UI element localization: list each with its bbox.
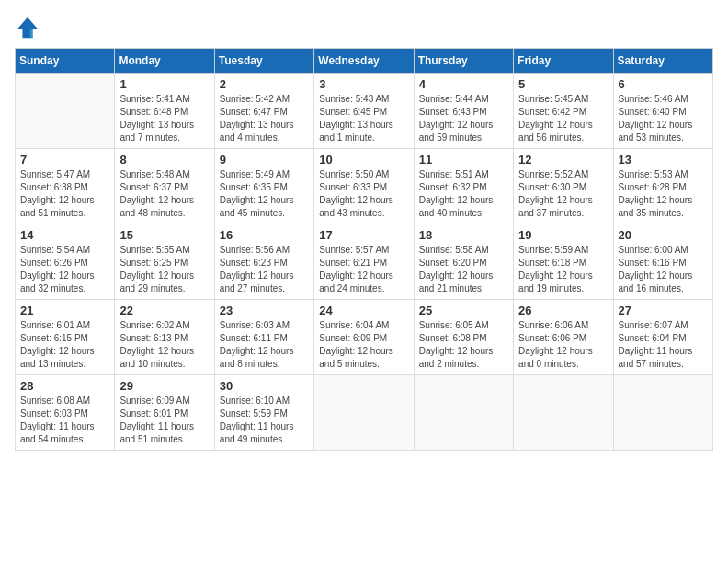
day-number: 13 — [619, 153, 708, 167]
calendar-cell: 16Sunrise: 5:56 AM Sunset: 6:23 PM Dayli… — [214, 224, 313, 300]
day-info: Sunrise: 5:45 AM Sunset: 6:42 PM Dayligh… — [518, 93, 608, 144]
calendar-cell: 8Sunrise: 5:48 AM Sunset: 6:37 PM Daylig… — [115, 149, 214, 224]
calendar-cell — [16, 74, 115, 149]
calendar-week-row: 28Sunrise: 6:08 AM Sunset: 6:03 PM Dayli… — [16, 375, 713, 451]
day-info: Sunrise: 5:58 AM Sunset: 6:20 PM Dayligh… — [419, 244, 508, 295]
day-number: 26 — [518, 304, 608, 317]
day-info: Sunrise: 5:53 AM Sunset: 6:28 PM Dayligh… — [619, 168, 708, 220]
calendar-cell: 6Sunrise: 5:46 AM Sunset: 6:40 PM Daylig… — [613, 74, 712, 149]
day-info: Sunrise: 5:56 AM Sunset: 6:23 PM Dayligh… — [220, 244, 309, 295]
day-header-friday: Friday — [514, 49, 613, 74]
day-number: 23 — [220, 304, 309, 317]
calendar-cell: 4Sunrise: 5:44 AM Sunset: 6:43 PM Daylig… — [414, 74, 513, 149]
calendar-week-row: 1Sunrise: 5:41 AM Sunset: 6:48 PM Daylig… — [16, 74, 713, 149]
calendar-cell: 30Sunrise: 6:10 AM Sunset: 5:59 PM Dayli… — [214, 375, 313, 451]
day-info: Sunrise: 6:03 AM Sunset: 6:11 PM Dayligh… — [220, 319, 309, 371]
calendar-cell: 27Sunrise: 6:07 AM Sunset: 6:04 PM Dayli… — [613, 300, 712, 375]
calendar-week-row: 14Sunrise: 5:54 AM Sunset: 6:26 PM Dayli… — [16, 224, 713, 300]
calendar-cell: 9Sunrise: 5:49 AM Sunset: 6:35 PM Daylig… — [214, 149, 313, 224]
day-info: Sunrise: 5:43 AM Sunset: 6:45 PM Dayligh… — [319, 93, 408, 144]
day-info: Sunrise: 5:59 AM Sunset: 6:18 PM Dayligh… — [518, 244, 608, 295]
calendar-cell: 3Sunrise: 5:43 AM Sunset: 6:45 PM Daylig… — [314, 74, 414, 149]
day-info: Sunrise: 5:51 AM Sunset: 6:32 PM Dayligh… — [419, 168, 508, 220]
day-number: 16 — [220, 228, 309, 242]
day-number: 18 — [419, 228, 508, 242]
calendar-cell — [514, 375, 613, 451]
day-info: Sunrise: 5:42 AM Sunset: 6:47 PM Dayligh… — [220, 93, 309, 144]
day-header-thursday: Thursday — [414, 49, 513, 74]
calendar-cell: 20Sunrise: 6:00 AM Sunset: 6:16 PM Dayli… — [613, 224, 712, 300]
day-number: 8 — [119, 153, 209, 167]
day-info: Sunrise: 6:09 AM Sunset: 6:01 PM Dayligh… — [119, 395, 209, 446]
day-number: 22 — [119, 304, 209, 317]
calendar-cell: 18Sunrise: 5:58 AM Sunset: 6:20 PM Dayli… — [414, 224, 513, 300]
day-number: 3 — [319, 77, 408, 91]
day-number: 21 — [20, 304, 109, 317]
day-header-tuesday: Tuesday — [214, 49, 313, 74]
calendar-cell: 13Sunrise: 5:53 AM Sunset: 6:28 PM Dayli… — [613, 149, 712, 224]
calendar-cell: 19Sunrise: 5:59 AM Sunset: 6:18 PM Dayli… — [514, 224, 613, 300]
day-number: 2 — [220, 77, 309, 91]
day-number: 1 — [119, 77, 209, 91]
day-number: 7 — [20, 153, 109, 167]
day-info: Sunrise: 6:10 AM Sunset: 5:59 PM Dayligh… — [220, 395, 309, 446]
day-info: Sunrise: 5:49 AM Sunset: 6:35 PM Dayligh… — [220, 168, 309, 220]
calendar-week-row: 21Sunrise: 6:01 AM Sunset: 6:15 PM Dayli… — [16, 300, 713, 375]
calendar-cell — [414, 375, 513, 451]
day-number: 25 — [419, 304, 508, 317]
day-number: 27 — [619, 304, 708, 317]
calendar-cell: 1Sunrise: 5:41 AM Sunset: 6:48 PM Daylig… — [115, 74, 214, 149]
day-number: 14 — [20, 228, 109, 242]
day-number: 30 — [220, 379, 309, 393]
calendar-header-row: SundayMondayTuesdayWednesdayThursdayFrid… — [16, 49, 713, 74]
calendar-cell: 29Sunrise: 6:09 AM Sunset: 6:01 PM Dayli… — [115, 375, 214, 451]
day-number: 17 — [319, 228, 408, 242]
day-info: Sunrise: 5:55 AM Sunset: 6:25 PM Dayligh… — [119, 244, 209, 295]
day-info: Sunrise: 6:01 AM Sunset: 6:15 PM Dayligh… — [20, 319, 109, 371]
day-info: Sunrise: 6:05 AM Sunset: 6:08 PM Dayligh… — [419, 319, 508, 371]
calendar-cell: 15Sunrise: 5:55 AM Sunset: 6:25 PM Dayli… — [115, 224, 214, 300]
day-number: 28 — [20, 379, 109, 393]
calendar: SundayMondayTuesdayWednesdayThursdayFrid… — [15, 48, 713, 451]
calendar-cell: 7Sunrise: 5:47 AM Sunset: 6:38 PM Daylig… — [16, 149, 115, 224]
calendar-cell: 12Sunrise: 5:52 AM Sunset: 6:30 PM Dayli… — [514, 149, 613, 224]
day-info: Sunrise: 6:02 AM Sunset: 6:13 PM Dayligh… — [119, 319, 209, 371]
day-info: Sunrise: 5:46 AM Sunset: 6:40 PM Dayligh… — [619, 93, 708, 144]
calendar-cell: 25Sunrise: 6:05 AM Sunset: 6:08 PM Dayli… — [414, 300, 513, 375]
day-number: 4 — [419, 77, 508, 91]
logo-icon — [15, 15, 40, 40]
calendar-cell — [613, 375, 712, 451]
day-info: Sunrise: 5:41 AM Sunset: 6:48 PM Dayligh… — [119, 93, 209, 144]
day-info: Sunrise: 5:47 AM Sunset: 6:38 PM Dayligh… — [20, 168, 109, 220]
day-info: Sunrise: 6:04 AM Sunset: 6:09 PM Dayligh… — [319, 319, 408, 371]
calendar-cell: 21Sunrise: 6:01 AM Sunset: 6:15 PM Dayli… — [16, 300, 115, 375]
day-number: 19 — [518, 228, 608, 242]
day-info: Sunrise: 6:00 AM Sunset: 6:16 PM Dayligh… — [619, 244, 708, 295]
calendar-cell: 17Sunrise: 5:57 AM Sunset: 6:21 PM Dayli… — [314, 224, 414, 300]
calendar-cell: 10Sunrise: 5:50 AM Sunset: 6:33 PM Dayli… — [314, 149, 414, 224]
day-info: Sunrise: 5:50 AM Sunset: 6:33 PM Dayligh… — [319, 168, 408, 220]
logo — [15, 15, 44, 40]
calendar-week-row: 7Sunrise: 5:47 AM Sunset: 6:38 PM Daylig… — [16, 149, 713, 224]
day-header-saturday: Saturday — [613, 49, 712, 74]
svg-marker-0 — [17, 17, 38, 38]
calendar-cell: 5Sunrise: 5:45 AM Sunset: 6:42 PM Daylig… — [514, 74, 613, 149]
day-number: 12 — [518, 153, 608, 167]
day-header-monday: Monday — [115, 49, 214, 74]
day-header-wednesday: Wednesday — [314, 49, 414, 74]
calendar-cell: 23Sunrise: 6:03 AM Sunset: 6:11 PM Dayli… — [214, 300, 313, 375]
day-number: 6 — [619, 77, 708, 91]
header — [15, 15, 713, 40]
day-number: 11 — [419, 153, 508, 167]
calendar-cell: 26Sunrise: 6:06 AM Sunset: 6:06 PM Dayli… — [514, 300, 613, 375]
day-info: Sunrise: 5:44 AM Sunset: 6:43 PM Dayligh… — [419, 93, 508, 144]
calendar-cell: 2Sunrise: 5:42 AM Sunset: 6:47 PM Daylig… — [214, 74, 313, 149]
day-number: 24 — [319, 304, 408, 317]
calendar-cell: 22Sunrise: 6:02 AM Sunset: 6:13 PM Dayli… — [115, 300, 214, 375]
day-number: 20 — [619, 228, 708, 242]
day-number: 5 — [518, 77, 608, 91]
day-info: Sunrise: 6:06 AM Sunset: 6:06 PM Dayligh… — [518, 319, 608, 371]
day-header-sunday: Sunday — [16, 49, 115, 74]
day-number: 9 — [220, 153, 309, 167]
calendar-cell: 28Sunrise: 6:08 AM Sunset: 6:03 PM Dayli… — [16, 375, 115, 451]
